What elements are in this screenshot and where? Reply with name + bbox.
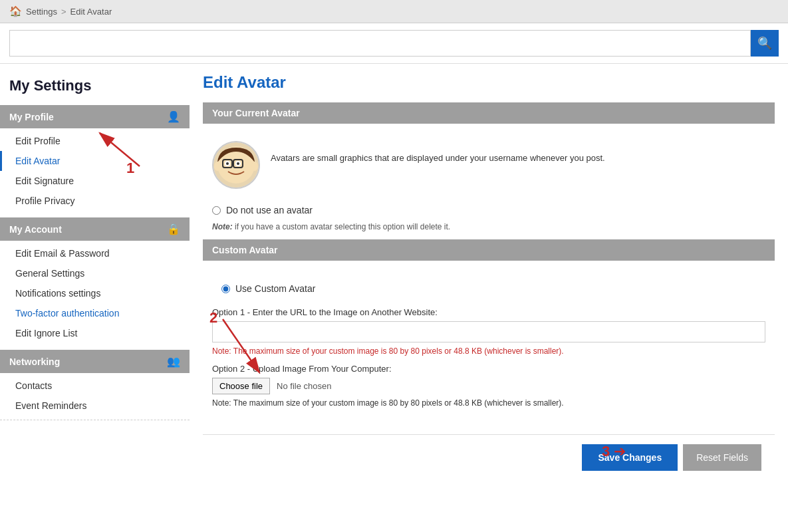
breadcrumb-settings[interactable]: Settings [26, 7, 57, 17]
sidebar-item-two-factor-auth[interactable]: Two-factor authentication [0, 303, 190, 323]
avatar-display-area: Avatars are small graphics that are disp… [203, 134, 775, 200]
networking-label: Networking [9, 356, 60, 367]
networking-icon: 👥 [167, 355, 180, 368]
avatar-description: Avatars are small graphics that are disp… [271, 148, 605, 163]
breadcrumb-separator: > [61, 7, 66, 17]
sidebar-item-edit-signature[interactable]: Edit Signature [0, 171, 190, 191]
use-custom-avatar-label: Use Custom Avatar [235, 283, 315, 294]
sidebar-item-contacts[interactable]: Contacts [0, 376, 190, 396]
sidebar-item-notifications-settings[interactable]: Notifications settings [0, 283, 190, 303]
sidebar-item-general-settings[interactable]: General Settings [0, 263, 190, 283]
custom-avatar-section-header: Custom Avatar [203, 239, 775, 261]
my-account-label: My Account [9, 224, 62, 235]
profile-icon: 👤 [167, 110, 180, 123]
sidebar-section-networking: Networking 👥 [0, 350, 190, 373]
choose-file-button[interactable]: Choose file [212, 378, 270, 394]
option1-label: Option 1 - Enter the URL to the Image on… [212, 307, 765, 317]
sidebar-item-profile-privacy[interactable]: Profile Privacy [0, 191, 190, 211]
page-title: Edit Avatar [203, 73, 775, 92]
bottom-action-bar: 3 ➔ Save Changes Reset Fields [203, 434, 775, 480]
sidebar: My Settings My Profile 👤 Edit Profile Ed… [0, 64, 190, 489]
use-custom-avatar-radio[interactable] [221, 285, 230, 293]
search-button[interactable]: 🔍 [751, 30, 779, 57]
breadcrumb-current: Edit Avatar [70, 7, 112, 17]
note-label-prefix: Note: [212, 222, 233, 231]
no-file-text: No file chosen [277, 381, 331, 391]
no-avatar-radio[interactable] [212, 206, 221, 215]
custom-avatar-body: Use Custom Avatar Option 1 - Enter the U… [203, 271, 775, 421]
upload-note-max: Note: The maximum size of your custom im… [212, 398, 765, 408]
sidebar-divider [0, 420, 190, 420]
search-input[interactable] [9, 30, 751, 57]
main-layout: My Settings My Profile 👤 Edit Profile Ed… [0, 64, 788, 489]
sidebar-title: My Settings [0, 70, 190, 105]
sidebar-item-edit-profile[interactable]: Edit Profile [0, 131, 190, 151]
file-upload-row: Choose file No file chosen [212, 378, 765, 394]
avatar-url-input[interactable] [212, 321, 765, 342]
my-profile-label: My Profile [9, 112, 54, 122]
option2-label: Option 2 - Upload Image From Your Comput… [212, 364, 765, 374]
search-bar: 🔍 [0, 23, 788, 64]
no-avatar-label: Do not use an avatar [226, 205, 313, 215]
sidebar-item-edit-email-password[interactable]: Edit Email & Password [0, 243, 190, 263]
save-changes-button[interactable]: Save Changes [582, 444, 678, 471]
sidebar-item-edit-ignore-list[interactable]: Edit Ignore List [0, 323, 190, 343]
no-avatar-note: Note: if you have a custom avatar select… [203, 221, 775, 239]
home-icon: 🏠 [9, 5, 22, 17]
current-avatar-section-header: Your Current Avatar [203, 102, 775, 124]
svg-point-9 [214, 162, 221, 171]
use-custom-avatar-option[interactable]: Use Custom Avatar [212, 278, 765, 299]
main-content: Edit Avatar Your Current Avatar [190, 64, 788, 489]
lock-icon: 🔒 [167, 223, 180, 235]
reset-fields-button[interactable]: Reset Fields [683, 444, 761, 471]
svg-point-7 [226, 162, 229, 165]
svg-point-10 [251, 162, 258, 171]
top-nav-bar: 🏠 Settings > Edit Avatar [0, 0, 788, 23]
svg-point-8 [237, 162, 239, 165]
sidebar-section-my-profile: My Profile 👤 [0, 105, 190, 128]
note-label-text: if you have a custom avatar selecting th… [235, 222, 450, 231]
sidebar-section-my-account: My Account 🔒 [0, 217, 190, 241]
sidebar-item-edit-avatar[interactable]: Edit Avatar [0, 151, 190, 171]
no-avatar-option[interactable]: Do not use an avatar [203, 200, 775, 221]
avatar-image [212, 141, 260, 189]
sidebar-item-event-reminders[interactable]: Event Reminders [0, 396, 190, 416]
url-note-max: Note: The maximum size of your custom im… [212, 346, 765, 356]
